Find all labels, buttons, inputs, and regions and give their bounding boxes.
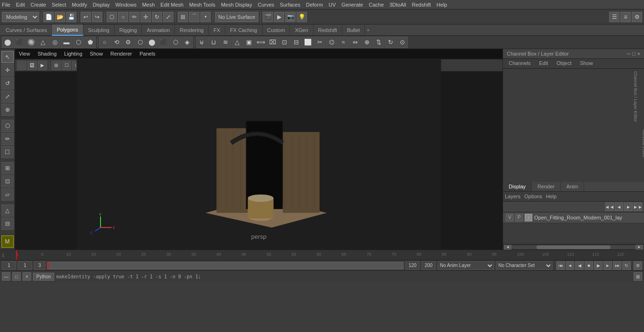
show-menu[interactable]: Show bbox=[90, 51, 103, 57]
scroll-left-btn[interactable]: ◄ bbox=[504, 245, 512, 250]
timeline-numbers[interactable]: 1 5 10 15 20 25 30 35 40 45 50 55 60 65 … bbox=[16, 250, 642, 260]
menu-mesh-display[interactable]: Mesh Display bbox=[221, 2, 252, 8]
tab-polygons[interactable]: Polygons bbox=[52, 24, 83, 36]
layer-scrollbar[interactable]: ◄ ► bbox=[503, 244, 644, 250]
mode-select[interactable]: Modeling Rigging Animation bbox=[2, 12, 39, 22]
menu-help[interactable]: Help bbox=[437, 2, 447, 8]
soft-select-btn[interactable]: ⬡ bbox=[1, 120, 14, 132]
tab-object[interactable]: Object bbox=[553, 59, 575, 68]
shape-btn1[interactable]: ⬛ bbox=[158, 37, 169, 48]
cone-icon-btn[interactable]: △ bbox=[37, 37, 49, 48]
lighting-menu[interactable]: Lighting bbox=[64, 51, 83, 57]
menu-edit-mesh[interactable]: Edit Mesh bbox=[160, 2, 183, 8]
cam-btn[interactable]: 📷 bbox=[285, 12, 296, 22]
shape-btn3[interactable]: ◈ bbox=[182, 37, 193, 48]
step-fwd-btn[interactable]: ► bbox=[603, 261, 612, 270]
plane-icon-btn[interactable]: ▬ bbox=[61, 37, 72, 48]
select-btn[interactable]: ⬡ bbox=[107, 12, 117, 22]
channel-box-btn[interactable]: ☰ bbox=[609, 12, 619, 22]
tab-custom[interactable]: Custom bbox=[263, 24, 290, 36]
layers-menu-item[interactable]: Layers bbox=[505, 194, 520, 199]
universal-tool-btn[interactable]: ⊕ bbox=[1, 104, 14, 116]
select-tool-btn[interactable]: ↖ bbox=[1, 51, 14, 63]
range-end-input[interactable] bbox=[421, 261, 436, 270]
camera-tool-btn[interactable]: △ bbox=[1, 204, 14, 217]
cmd-settings-btn[interactable]: ⊞ bbox=[634, 272, 642, 281]
soccer-icon-btn[interactable]: ⬡ bbox=[134, 37, 146, 48]
shape-btn2[interactable]: ⬡ bbox=[170, 37, 181, 48]
shading-menu[interactable]: Shading bbox=[38, 51, 57, 57]
frame-display-input[interactable] bbox=[34, 261, 45, 270]
rewind-btn[interactable]: ⏮ bbox=[556, 261, 565, 270]
python-tab-btn[interactable]: Python bbox=[33, 273, 54, 281]
snap-curve-btn[interactable]: ⌒ bbox=[189, 12, 199, 22]
step-back-btn[interactable]: ◄ bbox=[566, 261, 574, 270]
pipe-icon-btn[interactable]: ○ bbox=[99, 37, 110, 48]
tab-show-ch[interactable]: Show bbox=[576, 59, 597, 68]
ipr-btn[interactable]: ▶ bbox=[274, 12, 284, 22]
play-fwd-btn[interactable]: ▶ bbox=[594, 261, 603, 270]
channel-box-close[interactable]: × bbox=[637, 51, 640, 57]
tab-animation[interactable]: Animation bbox=[142, 24, 175, 36]
layer-v-btn[interactable]: V bbox=[506, 214, 513, 221]
scroll-right-btn[interactable]: ► bbox=[636, 245, 643, 250]
menu-mesh-tools[interactable]: Mesh Tools bbox=[189, 2, 215, 8]
panels-menu[interactable]: Panels bbox=[140, 51, 156, 57]
slide-btn[interactable]: ⇔ bbox=[349, 37, 361, 48]
anim-layer-select[interactable]: No Anim Layer bbox=[438, 261, 494, 270]
layers-next-btn[interactable]: ► bbox=[624, 202, 633, 211]
view-menu[interactable]: View bbox=[19, 51, 30, 57]
tab-sculpting[interactable]: Sculpting bbox=[83, 24, 115, 36]
scale-tool-btn[interactable]: ⤢ bbox=[1, 90, 14, 103]
minimize-window-btn[interactable]: — bbox=[2, 272, 10, 281]
close-window-btn[interactable]: × bbox=[23, 272, 31, 281]
menu-3dtoa[interactable]: 3DtoAll bbox=[389, 2, 406, 8]
smooth-btn[interactable]: ≋ bbox=[220, 37, 231, 48]
render-btn[interactable]: 🎬 bbox=[263, 12, 273, 22]
play-back-btn[interactable]: ◀ bbox=[575, 261, 584, 270]
bridge-btn[interactable]: ⊟ bbox=[290, 37, 302, 48]
grid-btn[interactable]: ⊡ bbox=[1, 175, 14, 187]
super-ellipse-btn[interactable]: ⬤ bbox=[146, 37, 157, 48]
tab-fx-caching[interactable]: FX Caching bbox=[225, 24, 262, 36]
lasso-btn[interactable]: ○ bbox=[118, 12, 128, 22]
menu-mesh[interactable]: Mesh bbox=[142, 2, 155, 8]
tool-settings-btn[interactable]: ⚙ bbox=[632, 12, 642, 22]
tab-bullet[interactable]: Bullet bbox=[342, 24, 365, 36]
snap-grid-btn[interactable]: ⊞ bbox=[178, 12, 188, 22]
menu-deform[interactable]: Deform bbox=[306, 2, 323, 8]
combine-btn[interactable]: ⊎ bbox=[196, 37, 207, 48]
menu-file[interactable]: File bbox=[2, 2, 10, 8]
gear-icon-btn[interactable]: ⚙ bbox=[123, 37, 134, 48]
extrude-btn[interactable]: ⊡ bbox=[279, 37, 290, 48]
flip-btn[interactable]: ⇅ bbox=[373, 37, 384, 48]
layout-btn[interactable]: ⊟ bbox=[1, 218, 14, 230]
new-file-btn[interactable]: 📄 bbox=[43, 12, 54, 22]
layer-color[interactable]: / bbox=[525, 214, 532, 221]
tab-edit[interactable]: Edit bbox=[535, 59, 552, 68]
end-frame-input[interactable] bbox=[405, 261, 420, 270]
snap-point-btn[interactable]: • bbox=[200, 12, 211, 22]
layers-rewind-btn[interactable]: ◄◄ bbox=[605, 202, 614, 211]
menu-display[interactable]: Display bbox=[93, 2, 110, 8]
cylinder-icon-btn[interactable]: 🔘 bbox=[25, 37, 37, 48]
move-tool-btn[interactable]: ✛ bbox=[1, 64, 14, 76]
layers-prev-btn[interactable]: ◄ bbox=[615, 202, 623, 211]
crease-btn[interactable]: ≈ bbox=[338, 37, 349, 48]
rotate-btn[interactable]: ↻ bbox=[152, 12, 162, 22]
torus-icon-btn[interactable]: ◎ bbox=[49, 37, 60, 48]
save-file-btn[interactable]: 💾 bbox=[66, 12, 76, 22]
maya-logo-btn[interactable]: M bbox=[1, 235, 14, 248]
playback-settings-btn[interactable]: ⚙ bbox=[634, 261, 642, 270]
target-weld-btn[interactable]: ⊕ bbox=[361, 37, 372, 48]
time-slider[interactable] bbox=[47, 262, 404, 269]
move-btn[interactable]: ✛ bbox=[140, 12, 151, 22]
scale-btn[interactable]: ⤢ bbox=[163, 12, 173, 22]
timeline[interactable]: 1 1 5 10 15 20 25 30 35 40 45 50 55 60 6… bbox=[0, 250, 644, 260]
layer-p-btn[interactable]: P bbox=[515, 214, 523, 221]
stop-btn[interactable]: ■ bbox=[585, 261, 593, 270]
region-select-btn[interactable]: ▱ bbox=[1, 188, 14, 201]
ffwd-btn[interactable]: ⏭ bbox=[613, 261, 621, 270]
current-frame-input[interactable] bbox=[2, 261, 16, 270]
render-tab[interactable]: Render bbox=[532, 182, 561, 191]
